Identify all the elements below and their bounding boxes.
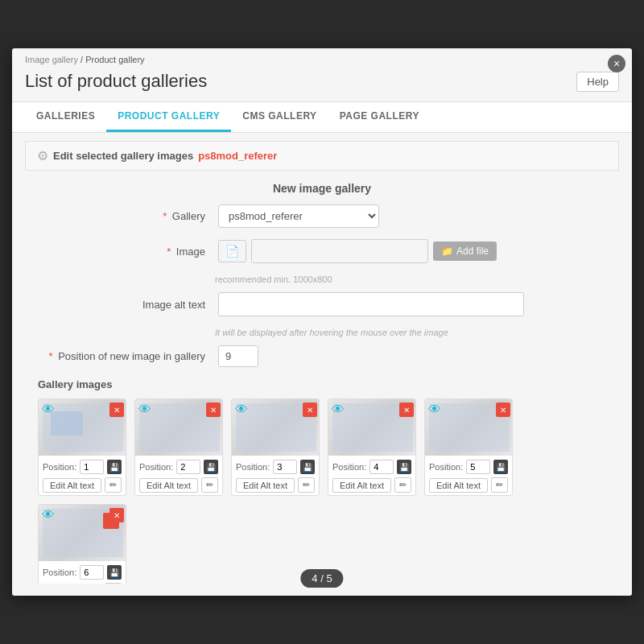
delete-button-1[interactable]: ✕ (109, 402, 124, 417)
position-row-4: Position: 💾 (332, 460, 411, 474)
breadcrumb-current: Product gallery (85, 55, 144, 64)
eye-button-3[interactable]: 👁 (235, 402, 248, 417)
gallery-grid: 👁 ✕ Position: 💾 Edit Alt text ✏ (38, 398, 606, 584)
position-prefix-6: Position: (43, 568, 76, 577)
tab-cms-gallery[interactable]: CMS GALLERY (231, 102, 328, 132)
gallery-item-footer-1: Position: 💾 Edit Alt text ✏ (39, 456, 126, 495)
gallery-item: 👁 ✕ Position: 💾 Edit Alt text ✏ (231, 398, 320, 496)
edit-alt-row-5: Edit Alt text ✏ (429, 477, 508, 493)
save-position-button-1[interactable]: 💾 (107, 460, 122, 474)
position-value-input-1[interactable] (80, 460, 104, 474)
modal: × Image gallery / Product gallery List o… (12, 48, 632, 596)
save-position-button-2[interactable]: 💾 (204, 460, 218, 474)
delete-button-3[interactable]: ✕ (303, 402, 317, 417)
image-label: * Image (41, 246, 218, 258)
pencil-button-5[interactable]: ✏ (491, 477, 508, 493)
gallery-item-footer-4: Position: 💾 Edit Alt text ✏ (328, 456, 415, 495)
eye-button-4[interactable]: 👁 (332, 402, 345, 417)
gallery-item-image-3: 👁 ✕ (232, 399, 320, 456)
modal-overlay: × Image gallery / Product gallery List o… (0, 0, 644, 644)
save-position-button-3[interactable]: 💾 (300, 460, 315, 474)
tab-galleries[interactable]: GALLERIES (25, 102, 106, 132)
gallery-item: 👁 ✕ Position: 💾 Edit Alt text ✏ (38, 504, 126, 584)
pencil-button-2[interactable]: ✏ (201, 477, 218, 493)
tab-page-gallery[interactable]: PAGE GALLERY (328, 102, 431, 132)
edit-alt-row-4: Edit Alt text ✏ (332, 477, 411, 493)
edit-banner-text: Edit selected gallery images (53, 150, 193, 162)
gear-icon: ⚙ (37, 148, 48, 163)
position-value-input-2[interactable] (176, 460, 200, 474)
edit-alt-button-4[interactable]: Edit Alt text (332, 478, 391, 493)
pencil-button-4[interactable]: ✏ (394, 477, 411, 493)
edit-banner: ⚙ Edit selected gallery images ps8mod_re… (25, 141, 619, 171)
edit-alt-button-5[interactable]: Edit Alt text (429, 478, 488, 493)
new-image-section-title: New image gallery (25, 182, 619, 195)
file-icon-button[interactable]: 📄 (218, 240, 246, 262)
gallery-select[interactable]: ps8mod_referer (218, 204, 379, 228)
position-label: * Position of new image in gallery (41, 350, 218, 362)
position-prefix-2: Position: (139, 462, 173, 472)
edit-alt-row-2: Edit Alt text ✏ (139, 477, 218, 493)
delete-button-4[interactable]: ✕ (399, 402, 414, 417)
save-position-button-6[interactable]: 💾 (107, 565, 122, 580)
position-prefix-3: Position: (236, 462, 270, 472)
gallery-item: 👁 ✕ Position: 💾 Edit Alt text ✏ (38, 398, 126, 496)
delete-button-2[interactable]: ✕ (206, 402, 221, 417)
modal-close-button[interactable]: × (608, 55, 625, 72)
file-input-group: 📄 📁 Add file (218, 239, 497, 263)
edit-alt-button-6[interactable]: Edit Alt text (43, 584, 101, 584)
delete-button-5[interactable]: ✕ (496, 402, 510, 417)
breadcrumb: Image gallery / Product gallery (12, 48, 632, 68)
edit-alt-button-1[interactable]: Edit Alt text (43, 478, 101, 493)
alt-text-input[interactable] (218, 292, 524, 316)
gallery-item-footer-3: Position: 💾 Edit Alt text ✏ (232, 456, 319, 495)
eye-button-1[interactable]: 👁 (42, 402, 55, 417)
edit-alt-button-2[interactable]: Edit Alt text (139, 478, 198, 493)
edit-alt-button-3[interactable]: Edit Alt text (236, 478, 295, 493)
page-header: List of product galleries Help (12, 68, 632, 101)
gallery-item: 👁 ✕ Position: 💾 Edit Alt text ✏ (134, 398, 223, 496)
position-value-input-4[interactable] (369, 460, 394, 474)
delete-button-6[interactable]: ✕ (109, 508, 124, 522)
tab-product-gallery[interactable]: PRODUCT GALLERY (106, 102, 231, 132)
eye-button-6[interactable]: 👁 (42, 508, 55, 522)
required-star-pos: * (48, 350, 52, 362)
eye-button-2[interactable]: 👁 (138, 402, 151, 417)
position-input[interactable] (218, 345, 258, 367)
gallery-images-section: Gallery images 👁 ✕ (25, 378, 619, 584)
position-prefix-4: Position: (332, 462, 366, 472)
edit-alt-row-1: Edit Alt text ✏ (43, 477, 122, 493)
save-position-button-5[interactable]: 💾 (493, 460, 508, 474)
gallery-form-group: * Gallery ps8mod_referer (25, 204, 619, 228)
position-value-input-3[interactable] (273, 460, 297, 474)
gallery-item-image-5: 👁 ✕ (425, 399, 513, 456)
gallery-item-footer-5: Position: 💾 Edit Alt text ✏ (425, 456, 512, 495)
required-star-image: * (167, 246, 171, 258)
pencil-button-6[interactable]: ✏ (105, 583, 122, 584)
position-value-input-5[interactable] (466, 460, 490, 474)
pencil-button-3[interactable]: ✏ (298, 477, 315, 493)
help-button[interactable]: Help (576, 72, 619, 92)
gallery-item-image-6: 👁 ✕ (39, 505, 126, 561)
image-hint: recommended min. 1000x800 (215, 275, 619, 284)
save-position-button-4[interactable]: 💾 (397, 460, 411, 474)
alt-text-hint: It will be displayed after hovering the … (215, 328, 619, 337)
gallery-item-footer-2: Position: 💾 Edit Alt text ✏ (135, 456, 222, 495)
add-file-button[interactable]: 📁 Add file (433, 242, 497, 261)
folder-icon: 📁 (441, 246, 453, 257)
gallery-item-image-1: 👁 ✕ (39, 399, 126, 456)
gallery-item: 👁 ✕ Position: 💾 Edit Alt text ✏ (328, 398, 416, 496)
alt-text-label: Image alt text (41, 299, 218, 311)
gallery-images-title: Gallery images (38, 378, 606, 390)
position-value-input-6[interactable] (80, 565, 104, 580)
edit-alt-row-3: Edit Alt text ✏ (236, 477, 315, 493)
position-row-5: Position: 💾 (429, 460, 508, 474)
position-row-1: Position: 💾 (43, 460, 122, 474)
pencil-button-1[interactable]: ✏ (105, 477, 122, 493)
image-form-group: * Image 📄 📁 Add file (25, 239, 619, 263)
eye-button-5[interactable]: 👁 (428, 402, 441, 417)
breadcrumb-parent[interactable]: Image gallery (25, 55, 78, 64)
gallery-label: * Gallery (41, 210, 218, 222)
position-row-2: Position: 💾 (139, 460, 218, 474)
page-title: List of product galleries (25, 71, 207, 92)
